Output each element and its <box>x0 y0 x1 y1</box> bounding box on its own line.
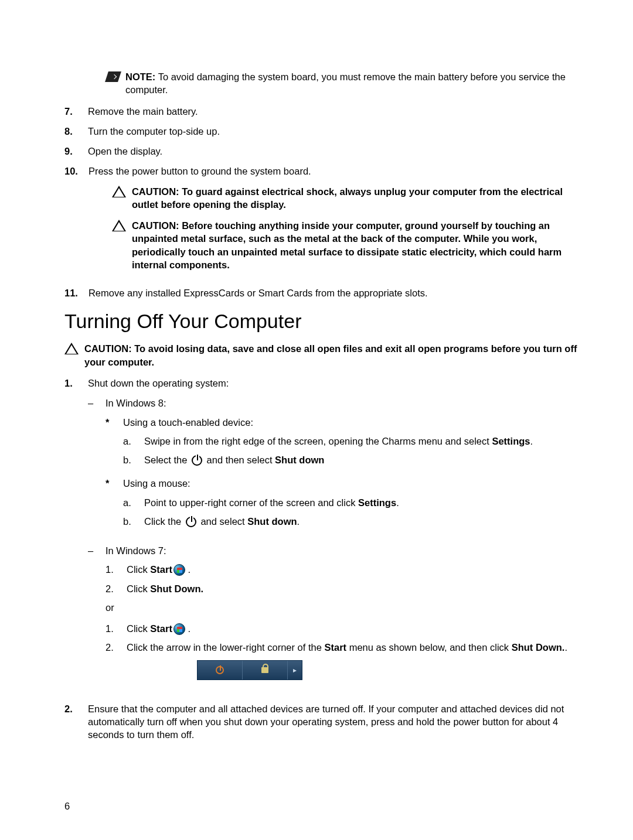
caution-block-3: CAUTION: To avoid losing data, save and … <box>64 342 586 368</box>
start-bold: Start <box>150 564 172 575</box>
shutdown-bold: Shut down <box>247 516 297 527</box>
step-11: 11. Remove any installed ExpressCards or… <box>64 286 586 299</box>
step-num: 10. <box>64 165 78 279</box>
win7-label: In Windows 7: <box>106 544 586 557</box>
shutdown-step-1: 1. Shut down the operating system: In Wi… <box>64 377 586 692</box>
step-num: 11. <box>64 286 78 299</box>
step-num: 2. <box>64 702 77 742</box>
windows-7-item: In Windows 7: 1. Click Start . 2. <box>88 544 586 686</box>
arrow-segment: ▸ <box>288 661 302 679</box>
step-text: Shut down the operating system: <box>88 377 586 390</box>
step-text: Open the display. <box>88 145 586 158</box>
step-text: Ensure that the computer and all attache… <box>88 702 586 742</box>
os-list: In Windows 8: Using a touch-enabled devi… <box>88 397 586 685</box>
text: Swipe in from the right edge of the scre… <box>144 436 492 446</box>
text: Click <box>127 583 150 594</box>
text: Click the <box>144 516 184 527</box>
step-text: Press the power button to ground the sys… <box>89 165 586 177</box>
note-block: NOTE: To avoid damaging the system board… <box>107 70 586 97</box>
text: Point to upper-right corner of the scree… <box>144 497 358 508</box>
mouse-step-a: a. Point to upper-right corner of the sc… <box>123 496 586 509</box>
text: Select the <box>144 455 190 465</box>
step-text: Remove any installed ExpressCards or Sma… <box>89 286 586 299</box>
step-num: 1. <box>64 377 77 692</box>
touch-label: Using a touch-enabled device: <box>123 416 586 429</box>
section-heading: Turning Off Your Computer <box>64 310 586 333</box>
touch-step-a: a. Swipe in from the right edge of the s… <box>123 435 586 448</box>
win7b-step-1: 1. Click Start . <box>106 622 586 635</box>
text: and then select <box>204 455 275 465</box>
step-text: Remove the main battery. <box>88 105 586 118</box>
shutdown-step-2: 2. Ensure that the computer and all atta… <box>64 702 586 742</box>
lock-segment <box>243 661 288 679</box>
power-icon <box>192 455 202 466</box>
note-label: NOTE: <box>125 71 155 82</box>
step-text: Turn the computer top-side up. <box>88 125 586 138</box>
power-symbol-icon <box>216 666 224 674</box>
caution-text: CAUTION: To avoid losing data, save and … <box>84 342 586 368</box>
power-segment <box>198 661 243 679</box>
win7-step-2: 2. Click Shut Down. <box>106 582 586 595</box>
note-body: To avoid damaging the system board, you … <box>125 71 566 95</box>
shutdown-bold: Shut Down. <box>150 583 203 594</box>
touch-step-b: b. Select the and then select Shut down <box>123 453 586 466</box>
shutdown-steps: 1. Shut down the operating system: In Wi… <box>64 377 586 742</box>
note-icon <box>105 71 121 82</box>
touch-steps: a. Swipe in from the right edge of the s… <box>123 435 586 467</box>
mouse-step-b: b. Click the and select Shut down. <box>123 515 586 528</box>
win7-steps-b: 1. Click Start . 2. Click the arrow in t… <box>106 622 586 680</box>
page-number: 6 <box>64 801 70 812</box>
step-num: 7. <box>64 105 77 118</box>
or-text: or <box>106 601 586 614</box>
shutdown-bold: Shut Down. <box>512 642 565 653</box>
step-7: 7. Remove the main battery. <box>64 105 586 118</box>
start-orb-icon <box>173 564 185 576</box>
start-bold: Start <box>150 623 172 634</box>
step-8: 8. Turn the computer top-side up. <box>64 125 586 138</box>
mouse-label: Using a mouse: <box>123 477 586 490</box>
text: menu as shown below, and then click <box>346 642 512 653</box>
caution-text: CAUTION: Before touching anything inside… <box>132 219 586 271</box>
steps-7-10: 7. Remove the main battery. 8. Turn the … <box>64 105 586 300</box>
text: Click the arrow in the lower-right corne… <box>127 642 324 653</box>
win8-label: In Windows 8: <box>106 397 586 409</box>
caution-icon <box>112 186 126 197</box>
step-num: 8. <box>64 125 77 138</box>
step-num: 9. <box>64 145 77 158</box>
mouse-method: Using a mouse: a. Point to upper-right c… <box>106 477 586 534</box>
caution-icon <box>112 220 126 231</box>
win8-methods: Using a touch-enabled device: a. Swipe i… <box>106 416 586 534</box>
caution-icon <box>64 343 79 354</box>
note-text: NOTE: To avoid damaging the system board… <box>125 70 586 97</box>
text: Click <box>127 564 150 575</box>
mouse-steps: a. Point to upper-right corner of the sc… <box>123 496 586 528</box>
caution-text: CAUTION: To guard against electrical sho… <box>132 185 586 211</box>
win7-step-1: 1. Click Start . <box>106 563 586 576</box>
win7-steps-a: 1. Click Start . 2. Click Shut Down. <box>106 563 586 595</box>
shutdown-bold: Shut down <box>275 455 324 465</box>
caution-block-2: CAUTION: Before touching anything inside… <box>112 219 586 271</box>
settings-bold: Settings <box>358 497 396 508</box>
power-icon <box>186 517 196 527</box>
start-orb-icon <box>173 623 185 635</box>
touch-method: Using a touch-enabled device: a. Swipe i… <box>106 416 586 473</box>
step-9: 9. Open the display. <box>64 145 586 158</box>
settings-bold: Settings <box>492 436 530 446</box>
windows-8-item: In Windows 8: Using a touch-enabled devi… <box>88 397 586 538</box>
text: and select <box>198 516 247 527</box>
start-menu-image: ▸ <box>197 660 302 680</box>
caution-block-1: CAUTION: To guard against electrical sho… <box>112 185 586 211</box>
start-bold: Start <box>324 642 346 653</box>
lock-icon <box>261 667 268 673</box>
text: Click <box>127 623 150 634</box>
step-10: 10. Press the power button to ground the… <box>64 165 586 279</box>
win7b-step-2: 2. Click the arrow in the lower-right co… <box>106 641 586 679</box>
